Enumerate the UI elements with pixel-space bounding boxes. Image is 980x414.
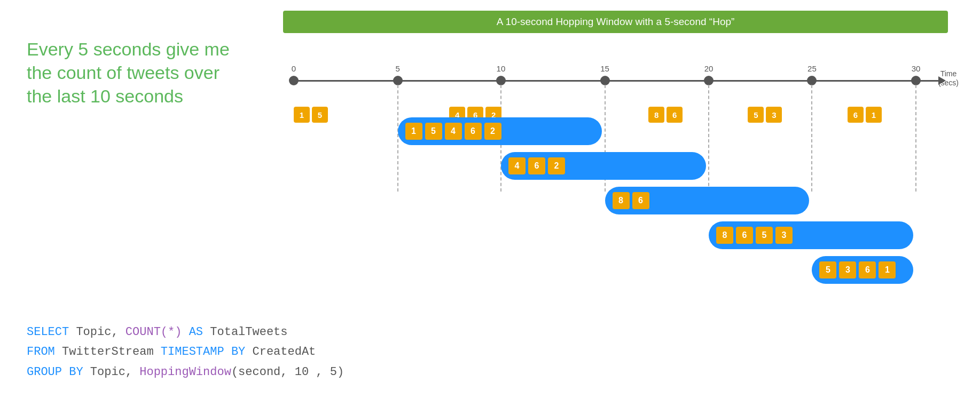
timeline-line bbox=[294, 80, 943, 82]
sql-topic: Topic, bbox=[83, 365, 140, 379]
tick-label-5: 5 bbox=[395, 64, 399, 73]
tick-label-20: 20 bbox=[704, 64, 714, 73]
top-badge-6: 6 bbox=[848, 107, 864, 123]
timeline-label: Time(secs) bbox=[938, 69, 959, 87]
top-badge-6: 6 bbox=[667, 107, 683, 123]
header-banner: A 10-second Hopping Window with a 5-seco… bbox=[283, 11, 948, 33]
tick-dot-10 bbox=[496, 76, 506, 85]
description-text: Every 5 seconds give me the count of twe… bbox=[27, 37, 246, 108]
window-badge-1: 1 bbox=[405, 123, 422, 140]
window-badge-3: 3 bbox=[839, 261, 856, 278]
window-badge-6: 6 bbox=[632, 192, 649, 209]
sql-hopping-kw: HoppingWindow bbox=[139, 365, 231, 379]
tick-dot-30 bbox=[911, 76, 921, 85]
window-bar-0: 15462 bbox=[398, 117, 602, 145]
window-bar-2: 86 bbox=[605, 187, 810, 214]
sql-from-kw: FROM bbox=[27, 345, 55, 359]
window-badge-5: 5 bbox=[425, 123, 442, 140]
tick-dot-15 bbox=[600, 76, 610, 85]
top-badge-1: 1 bbox=[866, 107, 882, 123]
top-badge-group-0: 15 bbox=[294, 107, 328, 123]
window-badge-2: 2 bbox=[484, 123, 501, 140]
tick-label-0: 0 bbox=[292, 64, 296, 73]
dashed-line-30 bbox=[915, 85, 916, 192]
window-badge-5: 5 bbox=[756, 227, 773, 244]
sql-twitterstream: TwitterStream bbox=[55, 345, 161, 359]
window-badge-6: 6 bbox=[859, 261, 876, 278]
tick-dot-0 bbox=[289, 76, 299, 85]
top-badge-5: 5 bbox=[312, 107, 328, 123]
sql-by-kw: BY bbox=[224, 345, 246, 359]
window-bar-1: 462 bbox=[501, 152, 706, 180]
sql-select-topic: Topic, bbox=[69, 325, 126, 339]
top-badge-3: 3 bbox=[766, 107, 782, 123]
dashed-line-20 bbox=[708, 85, 709, 192]
top-badge-5: 5 bbox=[748, 107, 764, 123]
sql-by-kw2: BY bbox=[62, 365, 83, 379]
tick-label-15: 15 bbox=[600, 64, 609, 73]
sql-timestamp-kw: TIMESTAMP bbox=[161, 345, 224, 359]
window-badge-8: 8 bbox=[716, 227, 733, 244]
tick-label-10: 10 bbox=[497, 64, 506, 73]
window-bar-4: 5361 bbox=[812, 256, 913, 284]
sql-select-kw: SELECT bbox=[27, 325, 69, 339]
tick-label-30: 30 bbox=[912, 64, 921, 73]
top-badge-1: 1 bbox=[294, 107, 310, 123]
top-badge-8: 8 bbox=[648, 107, 664, 123]
window-badge-3: 3 bbox=[775, 227, 793, 244]
dashed-line-5 bbox=[397, 85, 398, 192]
sql-count-kw: COUNT(*) bbox=[126, 325, 182, 339]
main-container: Every 5 seconds give me the count of twe… bbox=[0, 0, 980, 414]
timeline-container: Time(secs) 05101520253015462865361 bbox=[283, 64, 959, 96]
window-badge-8: 8 bbox=[613, 192, 630, 209]
window-badge-2: 2 bbox=[548, 157, 565, 174]
tick-dot-25 bbox=[807, 76, 817, 85]
window-badge-4: 4 bbox=[445, 123, 462, 140]
window-badge-1: 1 bbox=[879, 261, 896, 278]
dashed-line-25 bbox=[811, 85, 812, 192]
window-bar-3: 8653 bbox=[709, 221, 913, 249]
window-badge-6: 6 bbox=[736, 227, 753, 244]
right-panel: A 10-second Hopping Window with a 5-seco… bbox=[267, 0, 980, 414]
window-badge-6: 6 bbox=[528, 157, 545, 174]
window-badge-6: 6 bbox=[465, 123, 482, 140]
tick-dot-5 bbox=[393, 76, 403, 85]
top-badge-group-2: 86 bbox=[648, 107, 683, 123]
sql-group-kw: GROUP bbox=[27, 365, 62, 379]
tick-label-25: 25 bbox=[807, 64, 817, 73]
window-badge-4: 4 bbox=[508, 157, 526, 174]
top-badge-group-3: 53 bbox=[748, 107, 782, 123]
top-badge-group-4: 61 bbox=[848, 107, 882, 123]
sql-as-kw: AS bbox=[182, 325, 203, 339]
window-badge-5: 5 bbox=[819, 261, 836, 278]
tick-dot-20 bbox=[704, 76, 714, 85]
